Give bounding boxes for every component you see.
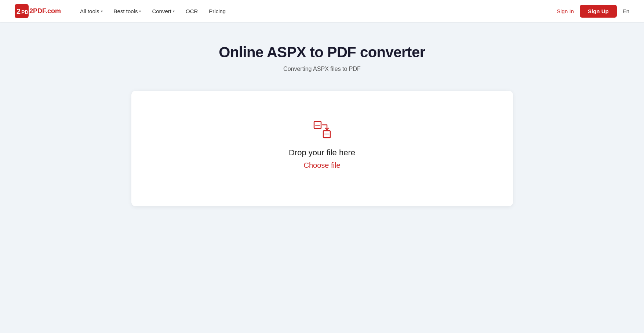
nav-pricing[interactable]: Pricing [204, 5, 230, 17]
ocr-label: OCR [186, 8, 198, 14]
convert-label: Convert [152, 8, 171, 14]
nav-links: All tools ▾ Best tools ▾ Convert ▾ OCR P… [76, 5, 557, 17]
svg-text:PDF: PDF [21, 9, 29, 15]
all-tools-chevron-icon: ▾ [101, 9, 103, 13]
convert-chevron-icon: ▾ [173, 9, 175, 13]
page-subtitle: Converting ASPX files to PDF [283, 66, 361, 72]
all-tools-label: All tools [80, 8, 99, 14]
nav-convert[interactable]: Convert ▾ [148, 5, 179, 17]
logo-text: 2PDF.com [29, 7, 61, 15]
sign-in-link[interactable]: Sign In [557, 8, 574, 14]
page-title: Online ASPX to PDF converter [219, 44, 425, 61]
best-tools-label: Best tools [114, 8, 138, 14]
convert-icon [313, 120, 332, 141]
svg-text:2: 2 [17, 7, 21, 15]
navbar: 2 PDF 2PDF.com All tools ▾ Best tools ▾ … [0, 0, 644, 22]
best-tools-chevron-icon: ▾ [139, 9, 141, 13]
drop-text: Drop your file here [289, 148, 355, 158]
choose-file-button[interactable]: Choose file [303, 161, 340, 170]
sign-up-button[interactable]: Sign Up [580, 5, 617, 18]
nav-best-tools[interactable]: Best tools ▾ [109, 5, 146, 17]
nav-all-tools[interactable]: All tools ▾ [76, 5, 107, 17]
nav-ocr[interactable]: OCR [181, 5, 202, 17]
main-content: Online ASPX to PDF converter Converting … [0, 22, 644, 206]
drop-zone[interactable]: Drop your file here Choose file [131, 91, 513, 206]
language-selector[interactable]: En [623, 8, 629, 14]
logo[interactable]: 2 PDF 2PDF.com [15, 4, 61, 18]
pricing-label: Pricing [209, 8, 226, 14]
nav-right: Sign In Sign Up En [557, 5, 629, 18]
